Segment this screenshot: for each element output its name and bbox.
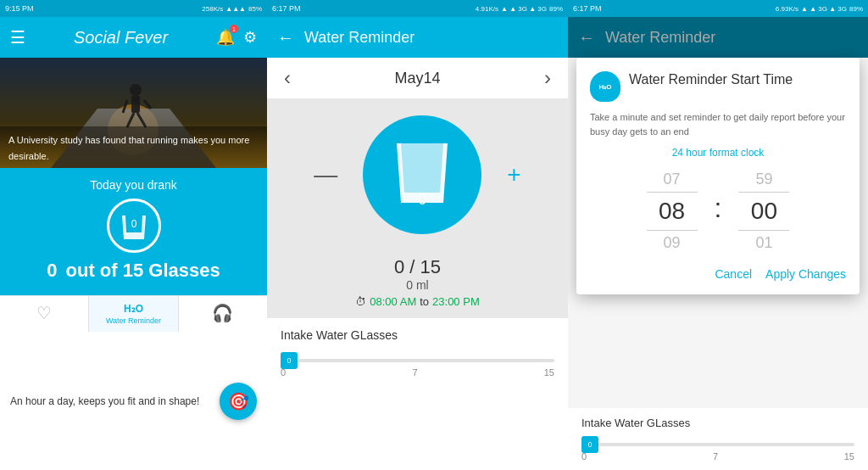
s2-signal-icon: ▲ ▲ 3G ▲ 3G [501,5,547,13]
s1-battery: 85% [248,5,262,13]
minutes-top-divider [738,192,789,193]
s2-total-count: / 15 [409,256,441,277]
s2-speed: 4.91K/s [476,5,498,13]
cancel-button[interactable]: Cancel [715,267,752,281]
s2-slider-labels: 0 7 15 [281,367,554,378]
s2-label-max: 15 [544,367,554,378]
tab-water-reminder[interactable]: H₂O Water Reminder [89,296,178,332]
s3-slider-container: 0 0 7 15 [581,443,854,462]
decrease-button[interactable]: — [314,161,337,188]
hero-caption: A University study has found that runnin… [8,135,249,160]
apply-changes-button[interactable]: Apply Changes [765,267,846,281]
s3-thumb-value: 0 [587,440,592,449]
s2-label-mid: 7 [412,367,417,378]
s3-time-picker: 07 08 09 : 59 00 01 [590,171,846,252]
target-icon: 🎯 [228,391,249,411]
s2-water-container: — 0 + [267,98,568,251]
s3-slider-thumb[interactable]: 0 [581,436,598,453]
fab-button[interactable]: 🎯 [220,383,257,420]
svg-rect-4 [131,96,140,113]
s3-header: ← Water Reminder [568,17,868,58]
tab-audio[interactable]: 🎧 [179,296,267,332]
s2-thumb-value: 0 [287,356,291,365]
timer-icon: ⏱ [355,295,366,308]
screen1-social-fever: 9:15 PM 258K/s ▲▲▲ 85% ☰ Social Fever 🔔1… [0,0,267,470]
s2-count-display: 0 / 15 [394,256,441,278]
s2-next-arrow[interactable]: › [544,66,551,90]
s1-header: ☰ Social Fever 🔔1 ⚙ [0,17,267,58]
menu-icon[interactable]: ☰ [10,27,25,48]
increase-button[interactable]: + [507,161,520,188]
s2-time-from: 08:00 AM [370,295,416,308]
s2-battery: 89% [549,5,563,13]
s3-page-title: Water Reminder [605,29,715,47]
s3-time: 6:17 PM [573,4,602,13]
s3-intake-section: Intake Water GLasses 0 0 7 15 [568,408,868,470]
notification-icon[interactable]: 🔔1 [216,28,235,47]
s2-to-label: to [420,295,429,308]
s3-back-icon[interactable]: ← [578,28,595,48]
dialog-title: Water Reminder Start Time [629,71,793,89]
s3-slider-track[interactable]: 0 [581,443,854,446]
s1-hero: A University study has found that runnin… [0,58,267,168]
dialog-body: Take a minute and set reminder to get da… [590,110,846,138]
s3-speed: 6.93K/s [776,5,798,13]
svg-text:0: 0 [131,218,136,230]
s2-time: 6:17 PM [272,4,301,13]
screen2-water-reminder: 6:17 PM 4.91K/s ▲ ▲ 3G ▲ 3G 89% ← Water … [267,0,568,470]
s2-prev-arrow[interactable]: ‹ [284,66,291,90]
minutes-current[interactable]: 00 [751,196,777,227]
s1-signal-icon: ▲▲▲ [225,5,246,13]
heart-icon: ♡ [36,303,52,323]
s1-status-icons: 258K/s ▲▲▲ 85% [202,5,262,13]
s2-info: 0 / 15 0 ml ⏱ 08:00 AM to 23:00 PM [267,251,568,318]
hours-bottom-divider [647,230,698,231]
settings-icon[interactable]: ⚙ [243,28,257,47]
s2-time-to: 23:00 PM [432,295,480,308]
h2o-label: H₂O [599,83,612,91]
s1-blue-section: Today you drank 0 0 out of 15 Glasses [0,168,267,295]
s3-label-mid: 7 [713,451,718,462]
s2-back-icon[interactable]: ← [277,28,294,48]
cup-svg: 0 [119,209,149,243]
glasses-count: 0 out of 15 Glasses [47,260,220,282]
s2-intake-title: Intake Water GLasses [281,328,554,342]
footer-text: An hour a day, keeps you fit and in shap… [10,395,199,407]
s1-hero-overlay: A University study has found that runnin… [0,126,267,168]
hours-current[interactable]: 08 [659,196,685,227]
clock-format-link[interactable]: 24 hour format clock [590,147,846,159]
screen3-time-picker: 6:17 PM 6.93K/s ▲ ▲ 3G ▲ 3G 89% ← Water … [568,0,868,470]
s2-nav: ‹ May14 › [267,58,568,98]
hours-column: 07 08 09 [647,171,698,252]
water-display-circle: 0 [363,115,481,234]
s3-intake-title: Intake Water GLasses [581,417,854,429]
s1-bottom-tabs: ♡ H₂O Water Reminder 🎧 [0,295,267,332]
count-zero: 0 [47,260,57,281]
hours-top-divider [647,192,698,193]
s1-footer: An hour a day, keeps you fit and in shap… [0,332,267,470]
glasses-label: out of 15 Glasses [66,260,220,281]
s2-slider-container: 0 0 7 15 [281,359,554,378]
s3-label-max: 15 [844,451,854,462]
s2-header: ← Water Reminder [267,17,568,58]
tab-water-label: Water Reminder [106,316,161,325]
s3-h2o-drop-icon: H₂O [590,71,620,102]
svg-point-3 [130,84,142,96]
minutes-prev: 59 [755,171,772,188]
headphones-icon: 🎧 [212,303,233,323]
h2o-icon: H₂O [124,303,143,315]
s2-page-title: Water Reminder [304,29,415,47]
s3-statusbar: 6:17 PM 6.93K/s ▲ ▲ 3G ▲ 3G 89% [568,0,868,17]
s1-time: 9:15 PM [5,4,34,13]
s2-status-icons: 4.91K/s ▲ ▲ 3G ▲ 3G 89% [476,5,563,13]
drank-label: Today you drank [90,178,177,192]
tab-health[interactable]: ♡ [0,296,89,332]
s2-slider-thumb[interactable]: 0 [281,352,298,369]
s2-current-count: 0 [394,256,404,277]
water-circle: 0 [107,199,161,253]
minutes-next: 01 [755,234,772,252]
s2-nav-date: May14 [394,70,440,87]
app-title: Social Fever [74,28,168,48]
s3-slider-labels: 0 7 15 [581,451,854,462]
s2-slider-track[interactable]: 0 [281,359,554,362]
